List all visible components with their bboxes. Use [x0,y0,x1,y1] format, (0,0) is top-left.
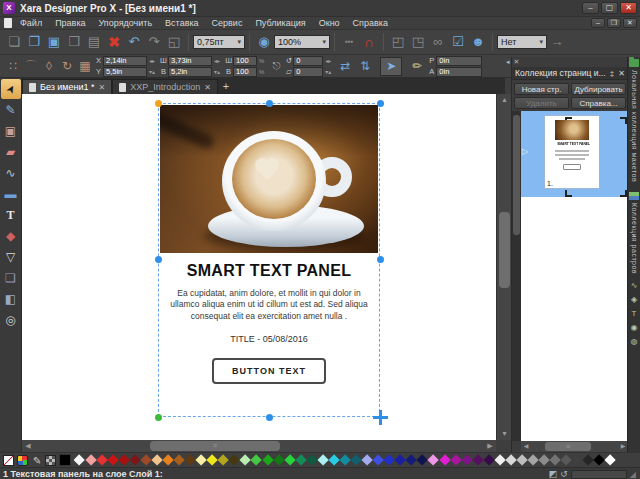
color-swatch[interactable] [118,454,130,466]
scrollbar-thumb[interactable] [499,212,510,288]
resize-grip[interactable]: ◢ [630,470,636,479]
save-button[interactable]: ▣ [44,32,64,52]
menu-help[interactable]: Справка [353,18,388,28]
color-swatch[interactable] [273,454,285,466]
contour-tool[interactable]: ◧ [1,289,21,309]
new-document-button[interactable]: ❏ [4,32,24,52]
spinner-icon[interactable]: ◂▸ [149,57,155,64]
spinner-icon[interactable]: ▾▴ [214,68,220,75]
export-arrow-button[interactable]: → [547,32,567,52]
color-swatch[interactable] [516,454,528,466]
show-bounds-icon[interactable]: ∷ [4,57,22,75]
panel-vertical-scrollbar[interactable] [512,111,521,441]
color-swatch[interactable] [361,454,373,466]
web-publish-button[interactable]: ☻ [468,32,488,52]
zoom-level-select[interactable]: 100% ▾ [274,35,330,49]
freehand-tool[interactable]: ∿ [1,163,21,183]
feather-a-field[interactable]: 0in [436,67,482,77]
color-swatch[interactable] [74,454,85,466]
minimize-button[interactable]: – [582,2,599,14]
height-field[interactable]: 5,2in [168,67,212,77]
feather-p-field[interactable]: 0in [436,56,482,66]
y-position-field[interactable]: 5,5in [103,67,147,77]
color-swatch[interactable] [317,454,329,466]
panel-title-bar[interactable]: Коллекция страниц и... ‡ ✕ [512,67,628,80]
page-thumbnail[interactable]: SMART TEXT PANEL 1. [545,116,599,188]
color-swatch[interactable] [85,454,97,466]
color-swatch[interactable] [251,454,263,466]
color-swatch[interactable] [173,454,185,466]
selection-handle-top-right[interactable] [377,100,384,107]
color-swatch[interactable] [140,454,152,466]
menu-insert[interactable]: Вставка [165,18,198,28]
color-swatch[interactable] [472,454,484,466]
color-swatch[interactable] [129,454,141,466]
close-icon[interactable]: ✕ [618,69,625,78]
paste-button[interactable]: ▤ [84,32,104,52]
fill-tool[interactable]: ◆ [1,226,21,246]
scrollbar-thumb[interactable] [513,115,520,235]
x-position-field[interactable]: 2,14in [103,56,147,66]
delete-button[interactable]: ✖ [104,32,124,52]
spinner-icon[interactable]: ▾▴ [325,68,331,75]
color-gallery-icon[interactable]: ◉ [629,322,640,333]
selection-handle-mid-right[interactable] [377,256,384,263]
ruler-toggle-button[interactable]: ┅ [339,32,359,52]
menu-tools[interactable]: Сервис [212,18,243,28]
color-swatch[interactable] [339,454,351,466]
black-swatch[interactable] [59,454,71,466]
no-color-swatch[interactable] [3,455,14,466]
transparency-tool[interactable]: ▽ [1,247,21,267]
selection-handle-bottom-center[interactable] [266,414,273,421]
color-swatch[interactable] [107,454,119,466]
color-swatch[interactable] [284,454,296,466]
maximize-button[interactable]: ▢ [601,2,618,14]
smart-text-panel[interactable]: SMART TEXT PANEL Ea cupidatat, anim dolo… [158,262,380,384]
aspect-lock-icon[interactable]: ⎋ [272,60,280,72]
width-field[interactable]: 3,73in [168,56,212,66]
web-export-check-button[interactable]: ☑ [448,32,468,52]
pin-icon[interactable]: ‡ [610,69,614,78]
scale-line-widths-button[interactable]: ➤ [380,57,402,76]
menu-publish[interactable]: Публикация [255,18,305,28]
color-swatch[interactable] [262,454,274,466]
undo-button[interactable]: ↶ [124,32,144,52]
spinner-icon[interactable]: ◂▸ [325,57,331,64]
line-width-select[interactable]: 0,75пт ▾ [193,35,245,49]
scrollbar-thumb[interactable] [545,442,591,451]
color-swatch[interactable] [494,454,506,466]
selected-page-row[interactable]: ▷ SMART TEXT PANEL 1. [521,111,628,197]
paste-in-place-button[interactable]: ◱ [164,32,184,52]
delete-page-button[interactable]: Удалить [514,97,569,109]
color-swatch[interactable] [306,454,318,466]
selection-handle-bottom-left[interactable] [155,414,162,421]
tab-document1[interactable]: Без имени1 * ✕ [22,79,112,94]
photo-tool[interactable]: ▣ [1,121,21,141]
color-swatch[interactable] [605,454,616,466]
coffee-photo[interactable] [160,105,378,253]
scrollbar-thumb[interactable] [150,441,280,451]
smart-shapes-select[interactable]: Нет ▾ [497,35,547,49]
color-swatch[interactable] [328,454,340,466]
color-swatch[interactable] [538,454,550,466]
tab-layouts-gallery[interactable]: Локальная коллекция макетов [631,70,638,182]
tab-bitmaps-gallery[interactable]: Коллекция растров [631,203,638,274]
height-percent-field[interactable]: 100 [233,67,257,77]
panel-button[interactable]: BUTTON TEXT [212,358,326,384]
color-editor-icon[interactable] [17,455,28,466]
shape-editor-tool[interactable]: ✎ [1,100,21,120]
feather-icon[interactable]: ✏ [407,59,427,73]
color-swatch[interactable] [162,454,174,466]
copy-button[interactable]: ❒ [64,32,84,52]
gallery-prev-icon[interactable]: ◂ [506,58,510,67]
new-page-button[interactable]: Новая стр. [514,83,569,95]
mdi-restore-button[interactable]: ❐ [607,18,621,28]
link-button[interactable]: ∞ [428,32,448,52]
color-swatch[interactable] [350,454,362,466]
selection-handle-bottom-right[interactable] [373,410,388,425]
text-tool[interactable]: T [1,205,21,225]
color-swatch[interactable] [439,454,451,466]
menu-edit[interactable]: Правка [55,18,85,28]
color-swatch[interactable] [151,454,163,466]
color-swatch[interactable] [184,454,196,466]
